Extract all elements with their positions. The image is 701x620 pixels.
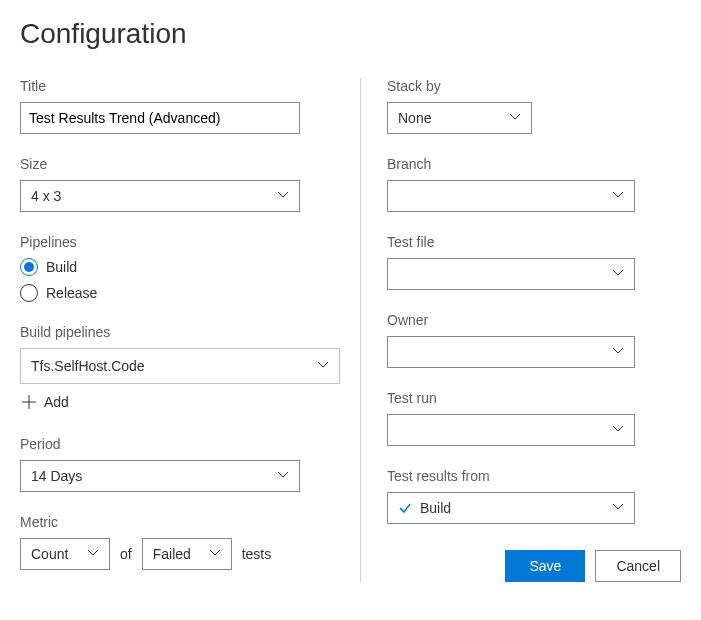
test-file-select[interactable] [387, 258, 635, 290]
test-run-select[interactable] [387, 414, 635, 446]
owner-label: Owner [387, 312, 681, 328]
owner-field: Owner [387, 312, 681, 368]
stack-by-select[interactable]: None [387, 102, 532, 134]
radio-icon [20, 258, 38, 276]
metric-suffix: tests [242, 546, 272, 562]
radio-icon [20, 284, 38, 302]
metric-second-value: Failed [153, 546, 191, 562]
page-title: Configuration [20, 18, 681, 50]
size-select[interactable]: 4 x 3 [20, 180, 300, 212]
build-pipelines-field: Build pipelines Tfs.SelfHost.Code Add [20, 324, 334, 414]
chevron-down-icon [317, 358, 329, 374]
chevron-down-icon [277, 468, 289, 484]
metric-joiner: of [120, 546, 132, 562]
metric-first-select[interactable]: Count [20, 538, 110, 570]
left-column: Title Size 4 x 3 Pipelines Build [20, 78, 360, 582]
title-input[interactable] [20, 102, 300, 134]
stack-by-field: Stack by None [387, 78, 681, 134]
metric-field: Metric Count of Failed tests [20, 514, 334, 570]
title-label: Title [20, 78, 334, 94]
save-button[interactable]: Save [505, 550, 585, 582]
pipelines-label: Pipelines [20, 234, 334, 250]
pipeline-radio-build[interactable]: Build [20, 258, 334, 276]
test-run-label: Test run [387, 390, 681, 406]
metric-label: Metric [20, 514, 334, 530]
test-file-label: Test file [387, 234, 681, 250]
stack-by-label: Stack by [387, 78, 681, 94]
plus-icon [22, 395, 36, 409]
period-field: Period 14 Days [20, 436, 334, 492]
test-file-field: Test file [387, 234, 681, 290]
add-pipeline-button[interactable]: Add [20, 390, 334, 414]
chevron-down-icon [612, 500, 624, 516]
test-run-field: Test run [387, 390, 681, 446]
metric-first-value: Count [31, 546, 68, 562]
test-results-from-value: Build [420, 500, 451, 516]
pipeline-radio-release-label: Release [46, 285, 97, 301]
chevron-down-icon [87, 546, 99, 562]
chevron-down-icon [277, 188, 289, 204]
chevron-down-icon [612, 188, 624, 204]
test-results-from-select[interactable]: Build [387, 492, 635, 524]
check-icon [398, 501, 412, 515]
branch-label: Branch [387, 156, 681, 172]
owner-select[interactable] [387, 336, 635, 368]
build-pipelines-label: Build pipelines [20, 324, 334, 340]
pipelines-field: Pipelines Build Release [20, 234, 334, 302]
period-value: 14 Days [31, 468, 82, 484]
size-value: 4 x 3 [31, 188, 61, 204]
branch-field: Branch [387, 156, 681, 212]
add-pipeline-label: Add [44, 394, 69, 410]
test-results-from-value-wrap: Build [398, 500, 451, 516]
title-field: Title [20, 78, 334, 134]
cancel-button[interactable]: Cancel [595, 550, 681, 582]
chevron-down-icon [509, 110, 521, 126]
chevron-down-icon [209, 546, 221, 562]
build-pipeline-select[interactable]: Tfs.SelfHost.Code [20, 348, 340, 384]
size-label: Size [20, 156, 334, 172]
right-column: Stack by None Branch Test file [360, 78, 681, 582]
chevron-down-icon [612, 344, 624, 360]
metric-second-select[interactable]: Failed [142, 538, 232, 570]
action-buttons: Save Cancel [387, 550, 681, 582]
chevron-down-icon [612, 266, 624, 282]
period-label: Period [20, 436, 334, 452]
test-results-from-field: Test results from Build [387, 468, 681, 524]
size-field: Size 4 x 3 [20, 156, 334, 212]
pipeline-radio-build-label: Build [46, 259, 77, 275]
pipeline-radio-release[interactable]: Release [20, 284, 334, 302]
chevron-down-icon [612, 422, 624, 438]
stack-by-value: None [398, 110, 431, 126]
build-pipeline-value: Tfs.SelfHost.Code [31, 358, 145, 374]
test-results-from-label: Test results from [387, 468, 681, 484]
branch-select[interactable] [387, 180, 635, 212]
period-select[interactable]: 14 Days [20, 460, 300, 492]
